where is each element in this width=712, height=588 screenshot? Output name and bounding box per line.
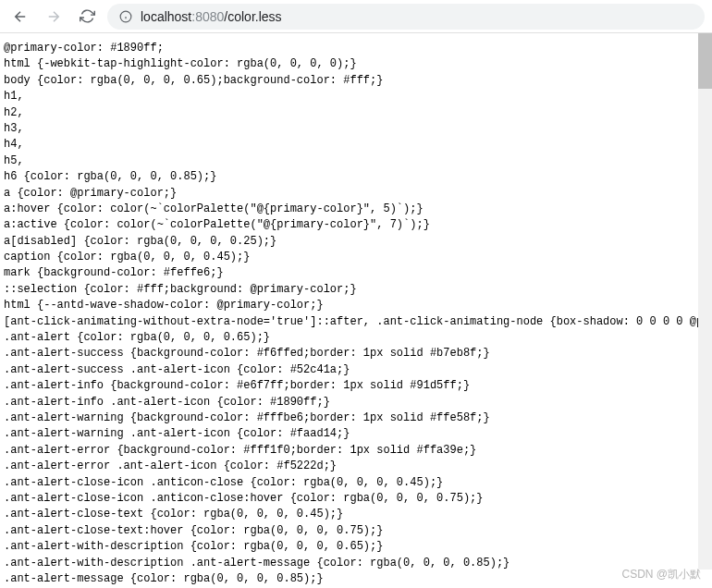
code-line: html {-webkit-tap-highlight-color: rgba(… (4, 56, 708, 72)
code-line: h3, (4, 121, 708, 137)
code-line: mark {background-color: #feffe6;} (4, 265, 708, 281)
code-line: a {color: @primary-color;} (4, 186, 708, 202)
code-line: .ant-alert-success .ant-alert-icon {colo… (4, 362, 708, 378)
back-button[interactable] (7, 4, 33, 30)
code-line: a:active {color: color(~`colorPalette("@… (4, 217, 708, 233)
code-line: .ant-alert-with-description .ant-alert-m… (4, 556, 708, 571)
code-line: .ant-alert-error .ant-alert-icon {color:… (4, 459, 708, 474)
info-icon (118, 9, 133, 24)
code-line: .ant-alert-warning .ant-alert-icon {colo… (4, 426, 708, 442)
code-line: @primary-color: #1890ff; (4, 41, 708, 56)
code-line: ::selection {color: #fff;background: @pr… (4, 282, 708, 298)
forward-button[interactable] (41, 4, 67, 30)
code-line: html {--antd-wave-shadow-color: @primary… (4, 298, 708, 313)
address-bar[interactable]: localhost:8080/color.less (107, 4, 705, 30)
code-line: h4, (4, 137, 708, 153)
code-line: .ant-alert-with-description {color: rgba… (4, 539, 708, 555)
code-line: .ant-alert-close-text {color: rgba(0, 0,… (4, 507, 708, 522)
code-line: .ant-alert-success {background-color: #f… (4, 346, 708, 361)
code-line: .ant-alert {color: rgba(0, 0, 0, 0.65);} (4, 330, 708, 346)
code-line: .ant-alert-close-icon .anticon-close {co… (4, 475, 708, 491)
page-content: @primary-color: #1890ff;html {-webkit-ta… (0, 33, 712, 588)
code-line: a[disabled] {color: rgba(0, 0, 0, 0.25);… (4, 234, 708, 250)
code-line: [ant-click-animating-without-extra-node=… (4, 314, 708, 330)
code-line: .ant-alert-close-text:hover {color: rgba… (4, 523, 708, 539)
url-path: /color.less (224, 9, 281, 24)
code-line: body {color: rgba(0, 0, 0, 0.65);backgro… (4, 73, 708, 89)
reload-button[interactable] (74, 4, 100, 30)
scrollbar[interactable] (698, 33, 712, 570)
code-line: h2, (4, 105, 708, 121)
url-text: localhost:8080/color.less (141, 9, 282, 24)
code-line: .ant-alert-error {background-color: #fff… (4, 443, 708, 459)
url-port: :8080 (191, 9, 224, 24)
code-line: .ant-alert-info {background-color: #e6f7… (4, 378, 708, 394)
code-line: h5, (4, 153, 708, 169)
code-line: a:hover {color: color(~`colorPalette("@{… (4, 202, 708, 217)
code-line: .ant-alert-message {color: rgba(0, 0, 0,… (4, 571, 708, 587)
scrollbar-thumb[interactable] (698, 33, 712, 89)
code-line: .ant-alert-info .ant-alert-icon {color: … (4, 395, 708, 410)
url-host: localhost (141, 9, 191, 24)
browser-toolbar: localhost:8080/color.less (0, 0, 712, 33)
code-line: .ant-alert-close-icon .anticon-close:hov… (4, 491, 708, 507)
code-line: h1, (4, 89, 708, 104)
watermark: CSDN @凯小默 (621, 567, 701, 582)
code-line: .ant-alert-warning {background-color: #f… (4, 410, 708, 426)
code-line: caption {color: rgba(0, 0, 0, 0.45);} (4, 250, 708, 265)
code-line: h6 {color: rgba(0, 0, 0, 0.85);} (4, 169, 708, 185)
